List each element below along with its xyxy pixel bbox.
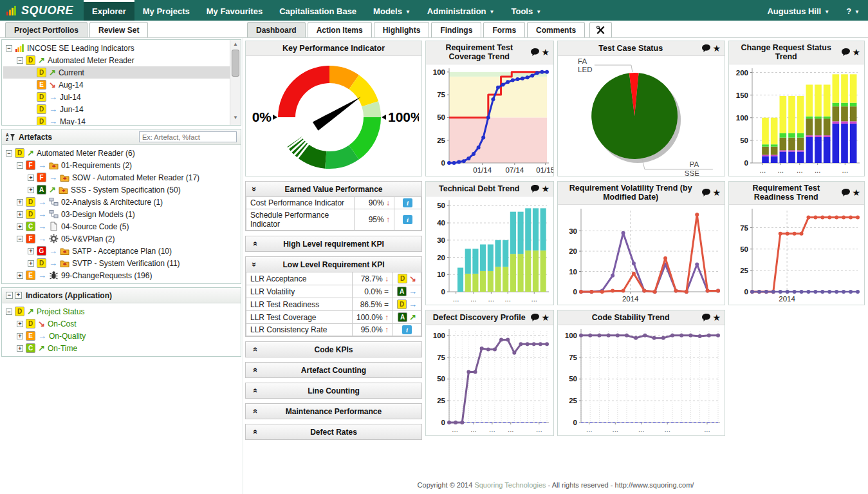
tab-project-portfolios[interactable]: Project Portfolios [5, 22, 88, 37]
nav-item-tools[interactable]: Tools▼ [503, 0, 549, 21]
nav-item-capitalisation-base[interactable]: Capitalisation Base [271, 0, 365, 21]
tree-item-svtp-system-verification-11[interactable]: +D→SVTP - System Verification (11) [3, 257, 239, 269]
collapse-icon[interactable]: − [6, 309, 12, 315]
nav-item-my-favourites[interactable]: My Favourites [198, 0, 271, 21]
tree-item-aug-14[interactable]: E↘Aug-14 [3, 79, 239, 91]
section-header-low-level-requirement-kpi[interactable]: »Low Level Requirement KPI [246, 257, 421, 272]
indicators-header: − + Indicators (Application) [2, 288, 241, 303]
scroll-up-icon[interactable]: ▲ [230, 41, 241, 50]
expand-icon[interactable]: + [28, 248, 34, 254]
tree-item-on-quality[interactable]: +E→On-Quality [3, 330, 239, 342]
tab-forms[interactable]: Forms [483, 22, 525, 37]
tree-item-jul-14[interactable]: D→Jul-14 [3, 91, 239, 103]
tree-item-99-changerequests-196[interactable]: +E→99-ChangeRequests (196) [3, 269, 239, 281]
tree-item-03-design-models-1[interactable]: +D→03-Design Models (1) [3, 208, 239, 220]
collapse-icon[interactable]: − [6, 45, 12, 52]
tree-item-current[interactable]: D↗Current [3, 66, 239, 79]
tree-item-label: 03-Design Models (1) [61, 210, 135, 219]
sort-filter-icon[interactable]: A Z [6, 133, 15, 142]
tree-item-04-source-code-5[interactable]: +C→04-Source Code (5) [3, 220, 239, 233]
tree-item-incose-se-leading-indicators[interactable]: −INCOSE SE Leading Indicators [3, 42, 239, 54]
comment-icon[interactable] [842, 189, 850, 196]
nav-item-help[interactable]: ?▼ [838, 0, 868, 21]
info-icon[interactable]: i [403, 215, 412, 224]
tree-item-satp-acceptance-plan-10[interactable]: +G→SATP - Acceptance Plan (10) [3, 245, 239, 257]
comment-icon[interactable] [702, 44, 710, 52]
collapse-icon[interactable]: − [17, 57, 23, 64]
expand-icon[interactable]: + [17, 333, 23, 339]
section-header-maintenance-performance[interactable]: »Maintenance Performance [246, 404, 421, 419]
favourite-star-icon[interactable]: ★ [852, 48, 860, 57]
section-header-defect-rates[interactable]: »Defect Rates [246, 424, 421, 439]
nav-item-administration[interactable]: Administration▼ [419, 0, 503, 21]
tree-item-01-requirements-2[interactable]: −F→01-Requirements (2) [3, 159, 239, 171]
tree-item-02-analysis-architecture-1[interactable]: +D→02-Analysis & Architecture (1) [3, 196, 239, 208]
portfolio-scrollbar[interactable]: ▲ ▼ [230, 40, 241, 125]
tree-item-label: Jun-14 [60, 105, 84, 114]
section-header-earned-value-performance[interactable]: »Earned Value Performance [246, 182, 421, 196]
tree-item-label: Aug-14 [59, 81, 84, 90]
tab-tools[interactable] [589, 22, 612, 37]
nav-item-explorer[interactable]: Explorer [84, 0, 134, 21]
tab-action-items[interactable]: Action Items [308, 22, 372, 37]
nav-item-models[interactable]: Models▼ [365, 0, 419, 21]
tree-item-jun-14[interactable]: D→Jun-14 [3, 103, 239, 115]
info-icon[interactable]: i [403, 198, 412, 207]
section-header-artefact-counting[interactable]: »Artefact Counting [246, 363, 421, 377]
tree-item-may-14[interactable]: D→May-14 [3, 115, 239, 126]
scroll-thumb[interactable] [232, 50, 239, 77]
tree-item-automated-meter-reader[interactable]: −D↗Automated Meter Reader [3, 54, 239, 66]
tree-item-05-v-vplan-2[interactable]: −F→05-V&VPlan (2) [3, 233, 239, 245]
tab-comments[interactable]: Comments [527, 22, 585, 37]
comment-icon[interactable] [842, 48, 850, 56]
squore-logo[interactable]: SQUORE [0, 0, 84, 21]
comment-icon[interactable] [702, 314, 710, 321]
expand-icon[interactable]: + [17, 211, 23, 218]
collapse-icon[interactable]: − [17, 162, 23, 169]
comment-icon[interactable] [702, 189, 710, 196]
tree-item-sow-automated-meter-reader-17[interactable]: +F→SOW - Automated Meter Reader (17) [3, 171, 239, 184]
collapse-icon[interactable]: − [6, 150, 12, 157]
expand-all-icon[interactable]: + [15, 292, 22, 299]
favourite-star-icon[interactable]: ★ [541, 48, 549, 57]
collapse-all-icon[interactable]: − [6, 292, 13, 299]
tree-item-project-status[interactable]: −D↗Project Status [3, 305, 239, 318]
expand-icon[interactable]: + [28, 187, 34, 193]
expand-icon[interactable]: + [17, 321, 23, 327]
tree-item-sss-system-specification-50[interactable]: +A↗SSS - System Specification (50) [3, 184, 239, 196]
artefact-filter-input[interactable] [139, 131, 237, 142]
expand-icon[interactable]: + [17, 345, 23, 352]
section-header-line-counting[interactable]: »Line Counting [246, 383, 421, 398]
expand-icon[interactable]: + [17, 272, 23, 279]
tab-findings[interactable]: Findings [431, 22, 481, 37]
nav-item-my-projects[interactable]: My Projects [134, 0, 198, 21]
tree-item-automated-meter-reader-6[interactable]: −D↗Automated Meter Reader (6) [3, 147, 239, 159]
expand-icon[interactable]: + [17, 223, 23, 230]
comment-icon[interactable] [531, 48, 539, 56]
expand-icon[interactable]: + [17, 199, 23, 205]
tab-highlights[interactable]: Highlights [374, 22, 430, 37]
footer-url[interactable]: http://www.squoring.com/ [615, 481, 694, 489]
scroll-down-icon[interactable]: ▼ [230, 115, 241, 124]
section-header-code-kpis[interactable]: »Code KPIs [246, 342, 421, 357]
favourite-star-icon[interactable]: ★ [541, 313, 549, 322]
collapse-icon[interactable]: − [17, 236, 23, 242]
comment-icon[interactable] [531, 185, 539, 193]
tab-dashboard[interactable]: Dashboard [247, 22, 306, 37]
favourite-star-icon[interactable]: ★ [712, 188, 721, 197]
tree-item-on-cost[interactable]: +D↘On-Cost [3, 318, 239, 330]
expand-icon[interactable]: + [28, 175, 34, 181]
favourite-star-icon[interactable]: ★ [541, 184, 549, 193]
favourite-star-icon[interactable]: ★ [712, 44, 721, 53]
tree-item-on-time[interactable]: +C↗On-Time [3, 342, 239, 354]
nav-item-augustus-hill[interactable]: Augustus Hill▼ [759, 0, 838, 21]
expand-icon[interactable]: + [28, 260, 34, 267]
rating-badge-a: A [37, 185, 46, 195]
section-header-high-level-requirement-kpi[interactable]: »High Level requirement KPI [246, 236, 421, 251]
favourite-star-icon[interactable]: ★ [712, 313, 721, 322]
comment-icon[interactable] [531, 314, 539, 321]
favourite-star-icon[interactable]: ★ [852, 188, 860, 197]
section-title: Defect Rates [246, 428, 421, 437]
tab-review-set[interactable]: Review Set [89, 22, 148, 37]
info-icon[interactable]: i [402, 325, 412, 334]
